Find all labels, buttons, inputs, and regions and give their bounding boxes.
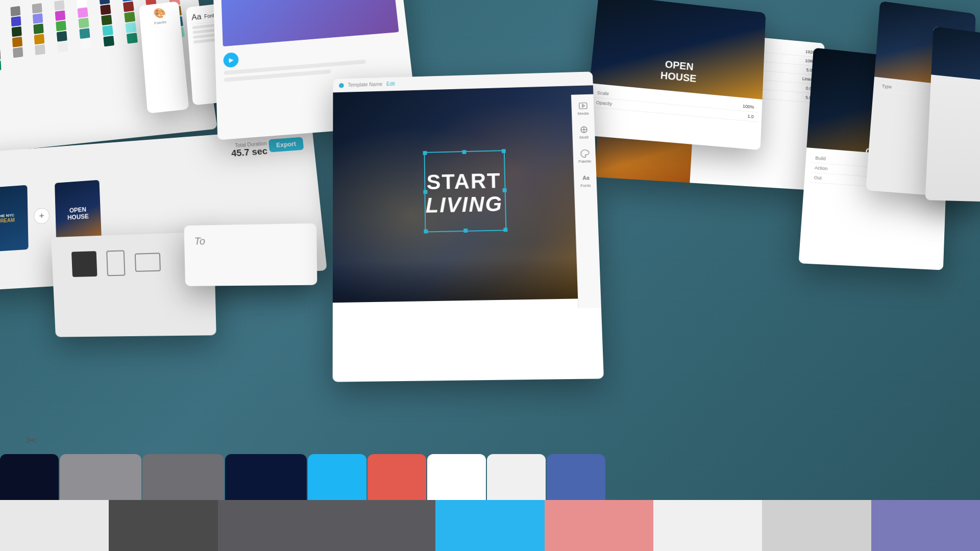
to-text: To [194,235,205,246]
motif-label: Motif [579,135,589,139]
font-aa-icon: Aa [191,12,202,22]
device-portrait[interactable] [106,250,125,276]
color-cell[interactable] [32,3,42,14]
text-living: LIVING [425,192,503,217]
add-clip-button[interactable]: + [34,208,50,224]
canvas-gradient [333,257,601,303]
sidebar-fonts-tool[interactable]: Aa Fonts [577,172,594,188]
color-cell[interactable] [126,33,137,44]
thumb-oh-line2: HOUSE [67,213,89,221]
color-cell[interactable] [57,31,67,42]
color-cell[interactable] [12,37,22,47]
color-cell[interactable] [35,44,45,55]
color-cell[interactable] [54,0,65,11]
tr-panel-text: OPENHOUSE [660,58,697,85]
color-cell[interactable] [13,47,23,58]
rp2-lbl-2: Action [815,165,828,171]
to-inner: To [184,223,316,258]
color-cell[interactable] [103,36,114,46]
rp3-lbl: Type [881,84,892,90]
mini-swatch[interactable] [0,500,109,551]
presentation-image [221,0,399,46]
play-button[interactable]: ▶ [223,52,239,68]
main-editor-panel: Template Name Edit START LIVING [333,71,604,382]
fonts-tool-label: Fonts [580,183,591,188]
color-cell[interactable] [34,23,44,34]
mini-swatches-strip [0,500,980,551]
mini-swatch[interactable] [545,500,653,551]
color-cell[interactable] [124,12,135,22]
sidebar-motif-tool[interactable]: Motif [575,124,592,140]
color-cell[interactable] [55,10,66,21]
duration-info: Total Duration 45.7 sec [231,141,268,159]
color-cell[interactable] [101,15,112,26]
tr-panel-image: OPENHOUSE [590,0,766,99]
sidebar-media-tool[interactable]: Media [575,100,592,116]
color-cell[interactable] [102,25,113,36]
far-right-bg [925,27,980,202]
scissors-icon-area: ✂ [26,432,37,449]
header-dot [339,83,344,88]
sidebar-palette-tool[interactable]: Palette [576,148,593,164]
rp2-lbl-3: Out [814,175,822,181]
template-edit-label[interactable]: Edit [386,81,395,87]
device-landscape[interactable] [135,253,161,272]
palette-label: Palette [154,20,167,26]
color-cell[interactable] [10,6,20,17]
scissors-icon[interactable]: ✂ [26,433,37,448]
add-icon: + [39,211,44,221]
svg-rect-0 [579,103,586,109]
color-cell[interactable] [58,41,68,52]
color-cell[interactable] [11,16,21,27]
export-button[interactable]: Export [268,137,304,152]
color-cell[interactable] [11,27,21,37]
color-cell[interactable] [77,0,87,8]
color-cell[interactable] [33,13,43,24]
mini-swatch[interactable] [871,500,980,551]
main-canvas[interactable]: START LIVING [333,85,601,303]
device-square[interactable] [71,251,97,277]
color-cell[interactable] [78,7,88,18]
mini-swatch[interactable] [762,500,871,551]
far-right-image [931,27,980,81]
color-cell[interactable] [79,28,90,39]
mini-swatch[interactable] [435,500,544,551]
svg-text:Aa: Aa [582,175,590,181]
color-cell[interactable] [56,20,66,31]
svg-marker-1 [582,104,584,107]
palette-tool-label: Palette [578,159,591,163]
color-cell[interactable] [100,5,111,15]
thumb-nyc-line2: DREAM [0,217,15,224]
mini-swatch[interactable] [653,500,762,551]
color-cell[interactable] [34,34,45,44]
color-cell[interactable] [79,18,89,29]
top-right-panel-1: OPENHOUSE Scale 100% Opacity 1.0 [584,0,766,150]
main-body: START LIVING Media Motif [333,85,604,375]
to-panel: To [184,223,317,286]
far-right-panel [925,27,980,202]
mini-swatch[interactable] [218,500,327,551]
color-cell[interactable] [125,22,136,33]
mini-swatch[interactable] [109,500,217,551]
rp2-lbl-1: Build [815,156,826,162]
thumbnail-nyc[interactable]: THE NYC DREAM [0,185,29,253]
canvas-text[interactable]: START LIVING [425,169,503,217]
palette-icon[interactable]: 🎨 [153,7,166,19]
template-name-label: Template Name [348,82,382,88]
color-cell[interactable] [80,39,91,49]
media-label: Media [577,111,589,115]
color-cell[interactable] [0,60,1,71]
mini-swatch[interactable] [327,500,435,551]
color-cell[interactable] [0,50,1,61]
text-start: START [426,168,501,194]
color-cell[interactable] [123,2,134,12]
